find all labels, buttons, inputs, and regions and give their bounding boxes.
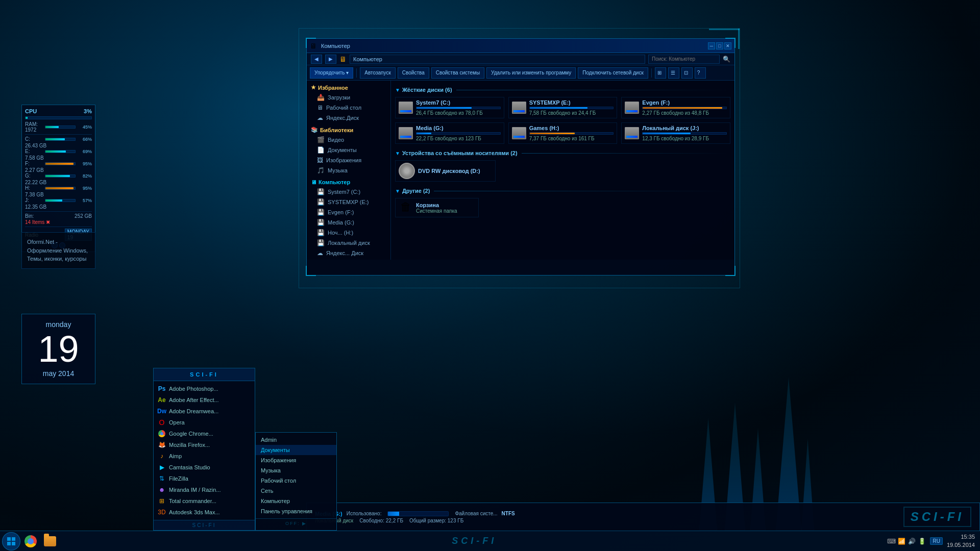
disk-item-h[interactable]: Games (H:) 7,37 ГБ свободно из 161 ГБ <box>508 122 618 144</box>
filezilla-icon: ⇅ <box>158 474 166 483</box>
organize-btn[interactable]: Упорядочить ▾ <box>310 67 353 79</box>
submenu-network[interactable]: Сеть <box>256 486 336 496</box>
explorer-main-content: ▼ Жёсткие диски (6) System7 (C:) 26,4 ГБ… <box>391 81 734 260</box>
network-drive-btn[interactable]: Подключить сетевой диск <box>578 67 648 79</box>
taskbar[interactable]: SCI-FI ⌨ 📶 🔊 🔋 RU 15:35 19.05.2014 <box>0 531 980 551</box>
app-aimp[interactable]: ♪ Aimp <box>154 450 255 462</box>
network-icon: ☁ <box>317 249 323 257</box>
sidebar-media[interactable]: 💾 Media (G:) <box>307 217 390 228</box>
uninstall-btn[interactable]: Удалить или изменить программу <box>486 67 576 79</box>
autorun-btn[interactable]: Автозапуск <box>360 67 396 79</box>
section-divider-removable <box>522 153 730 154</box>
start-button[interactable] <box>2 532 20 550</box>
app-aimp-label: Aimp <box>169 453 182 459</box>
disk-item-j[interactable]: Локальный диск (J:) 12,3 ГБ свободно из … <box>621 122 730 144</box>
taskbar-chrome[interactable] <box>21 532 40 550</box>
search-input[interactable] <box>648 55 720 64</box>
app-camtasia[interactable]: ▶ Camtasia Studio <box>154 462 255 473</box>
disk-icon-c <box>399 102 413 114</box>
app-photoshop[interactable]: Ps Adobe Photoshop... <box>154 383 255 394</box>
clock-time: 15:35 <box>947 533 975 541</box>
app-miranda[interactable]: ☻ Miranda IM / Razin... <box>154 484 255 495</box>
dvd-item[interactable]: DVD RW дисковод (D:) <box>395 160 496 182</box>
taskbar-explorer[interactable] <box>41 532 59 550</box>
sidebar-systemxp[interactable]: 💾 SYSTEMXP (E:) <box>307 197 390 207</box>
submenu-desktop-label: Рабочий стол <box>261 478 296 484</box>
sidebar-network[interactable]: ☁ Яндекс... Диск <box>307 248 390 258</box>
properties-btn[interactable]: Свойства <box>398 67 429 79</box>
win-frame-br <box>725 266 736 276</box>
sidebar-video[interactable]: 🎬 Видео <box>307 135 390 145</box>
submenu-controlpanel[interactable]: Панель управления <box>256 506 336 516</box>
system7-label: System7 (C:) <box>328 189 360 195</box>
help-btn[interactable]: ? <box>695 67 706 79</box>
view-icons-btn[interactable]: ⊡ <box>681 67 693 79</box>
computer-sidebar-icon: 🖥 <box>311 179 316 185</box>
note-text: Oformi.Net - Оформление Windows, Темы, и… <box>27 239 88 262</box>
sidebar-games[interactable]: 💾 Ноч... (H:) <box>307 228 390 238</box>
view-list-btn[interactable]: ☰ <box>668 67 679 79</box>
disk-grid: System7 (C:) 26,4 ГБ свободно из 78,0 ГБ… <box>395 97 730 144</box>
disk-item-g[interactable]: Media (G:) 22,2 ГБ свободно из 123 ГБ <box>395 122 504 144</box>
libraries-icon: 📚 <box>311 127 318 133</box>
app-firefox[interactable]: 🦊 Mozilla Firefox... <box>154 439 255 450</box>
app-3dsmax[interactable]: 3D Autodesk 3ds Max... <box>154 507 255 518</box>
sidebar-images[interactable]: 🖼 Изображения <box>307 155 390 165</box>
submenu-images[interactable]: Изображения <box>256 455 336 465</box>
sidebar-documents[interactable]: 📄 Документы <box>307 145 390 155</box>
app-filezilla-label: FileZilla <box>169 475 188 482</box>
app-chrome[interactable]: Google Chrome... <box>154 428 255 439</box>
submenu-desktop[interactable]: Рабочий стол <box>256 475 336 486</box>
app-filezilla[interactable]: ⇅ FileZilla <box>154 473 255 484</box>
disk-c-label: C: <box>25 136 43 142</box>
yandex-label: Яндекс.Диск <box>326 115 359 121</box>
app-opera[interactable]: O Opera <box>154 417 255 428</box>
back-button[interactable]: ◀ <box>311 55 322 64</box>
submenu-music[interactable]: Музыка <box>256 465 336 475</box>
sidebar-downloads[interactable]: 📥 Загрузки <box>307 92 390 103</box>
submenu-computer[interactable]: Компьютер <box>256 496 336 506</box>
window-titlebar[interactable]: 🖥 Компьютер ─ □ ✕ <box>307 39 734 53</box>
submenu-footer: OFF: ▶ <box>256 518 336 528</box>
note-widget: Oformi.Net - Оформление Windows, Темы, и… <box>21 232 95 269</box>
search-icon: 🔍 <box>723 56 730 63</box>
sidebar-localj[interactable]: 💾 Локальный диск <box>307 238 390 248</box>
forward-button[interactable]: ▶ <box>325 55 336 64</box>
downloads-icon: 📥 <box>317 94 325 101</box>
app-dreamweaver[interactable]: Dw Adobe Dreamwea... <box>154 406 255 417</box>
disk-bar-bg-g <box>416 132 501 135</box>
sidebar-system7[interactable]: 💾 System7 (C:) <box>307 187 390 197</box>
other-title: Другие (2) <box>402 188 430 194</box>
sidebar-libraries-header[interactable]: 📚 Библиотеки <box>307 125 390 135</box>
disk-f-label: F: <box>25 161 43 166</box>
address-input[interactable] <box>350 55 645 64</box>
window-maximize-btn[interactable]: □ <box>716 42 723 49</box>
taskbar-left <box>0 532 61 550</box>
video-icon: 🎬 <box>317 136 325 143</box>
window-close-btn[interactable]: ✕ <box>724 42 731 49</box>
sidebar-evgen[interactable]: 💾 Evgen (F:) <box>307 207 390 217</box>
sidebar-computer-header[interactable]: 🖥 Компьютер <box>307 178 390 187</box>
toolbar-separator-2 <box>651 68 652 78</box>
disk-item-c[interactable]: System7 (C:) 26,4 ГБ свободно из 78,0 ГБ <box>395 97 504 118</box>
sidebar-desktop[interactable]: 🖥 Рабочий стол <box>307 103 390 113</box>
disk-name-c: System7 (C:) <box>416 99 501 106</box>
disk-item-e[interactable]: SYSTEMXP (E:) 7,58 ГБ свободно из 24,4 Г… <box>508 97 618 118</box>
system-properties-btn[interactable]: Свойства системы <box>431 67 484 79</box>
3dsmax-icon: 3D <box>158 508 166 516</box>
app-totalcmd[interactable]: ⊞ Total commander... <box>154 495 255 507</box>
submenu-admin[interactable]: Admin <box>256 435 336 445</box>
panel-disk-info: Media (G:) Использовано: Файловая систе.… <box>315 511 515 523</box>
disk-item-f[interactable]: Evgen (F:) 2,27 ГБ свободно из 48,8 ГБ <box>621 97 730 118</box>
sidebar-yandex[interactable]: ☁ Яндекс.Диск <box>307 113 390 123</box>
sidebar-music[interactable]: 🎵 Музыка <box>307 165 390 176</box>
app-aftereffects[interactable]: Ae Adobe After Effect... <box>154 394 255 406</box>
view-details-btn[interactable]: ⊞ <box>655 67 666 79</box>
sidebar-favorites-header[interactable]: ★ Избранное <box>307 83 390 92</box>
window-minimize-btn[interactable]: ─ <box>708 42 715 49</box>
taskbar-scifi-label: SCI-FI <box>452 536 497 546</box>
submenu-documents[interactable]: Документы <box>256 445 336 455</box>
trash-item[interactable]: 🗑 Корзина Системная папка <box>395 198 479 217</box>
items-val: 14 Items ✖ <box>25 219 50 225</box>
language-badge[interactable]: RU <box>930 537 942 545</box>
